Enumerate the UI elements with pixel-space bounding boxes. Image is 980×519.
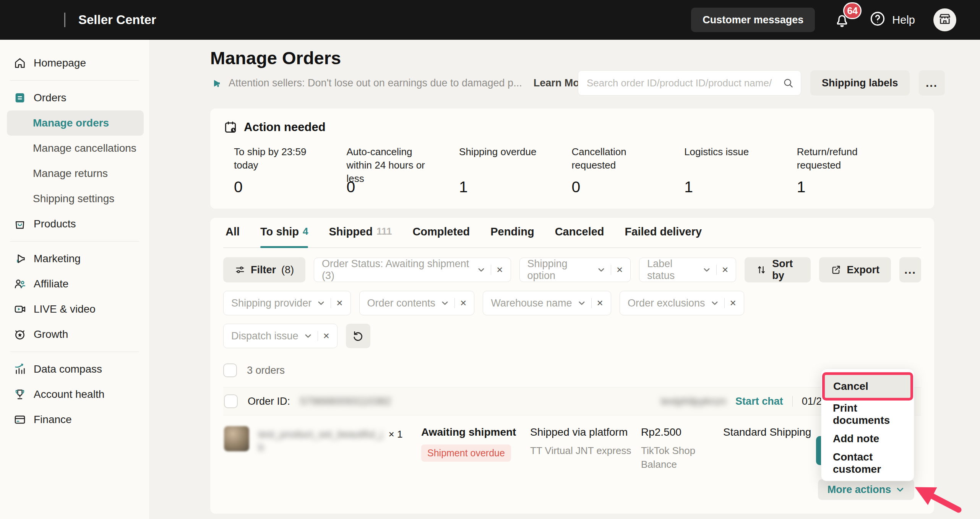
filter-pill-order-contents[interactable]: Order contents × <box>359 291 475 315</box>
stat-auto-canceling[interactable]: Auto-canceling within 24 hours or less 0 <box>347 145 459 203</box>
sidebar-item-marketing[interactable]: Marketing <box>0 246 149 271</box>
clear-filter-icon[interactable]: × <box>597 298 603 308</box>
tab-shipped[interactable]: Shipped111 <box>329 225 392 247</box>
chevron-down-icon[interactable] <box>711 299 719 307</box>
page-more-button[interactable]: ... <box>919 70 945 96</box>
stat-value: 0 <box>234 178 243 196</box>
menu-item-contact-customer[interactable]: Contact customer <box>821 451 914 475</box>
sidebar-item-orders[interactable]: Orders <box>0 85 149 110</box>
filter-pill-order-exclusions[interactable]: Order exclusions × <box>620 291 744 315</box>
clear-filter-icon[interactable]: × <box>336 298 342 308</box>
sidebar-item-manage-returns[interactable]: Manage returns <box>0 161 149 186</box>
sidebar-item-label: Marketing <box>34 253 81 265</box>
tab-completed[interactable]: Completed <box>412 225 470 247</box>
filter-pill-dispatch-issue[interactable]: Dispatch issue × <box>223 324 337 348</box>
help-button[interactable]: Help <box>869 10 915 30</box>
tab-canceled[interactable]: Canceled <box>555 225 604 247</box>
start-chat-link[interactable]: Start chat <box>735 396 783 407</box>
sidebar-item-products[interactable]: Products <box>0 211 149 237</box>
export-label: Export <box>847 264 879 276</box>
filter-button[interactable]: Filter (8) <box>223 257 305 282</box>
brand: Seller Center <box>64 13 156 27</box>
filter-sliders-icon <box>235 264 245 275</box>
sidebar-item-growth[interactable]: Growth <box>0 322 149 347</box>
stat-label: Return/refund requested <box>797 145 904 172</box>
tab-pending[interactable]: Pending <box>490 225 534 247</box>
sidebar-item-shipping-settings[interactable]: Shipping settings <box>0 186 149 211</box>
stat-value: 1 <box>797 178 806 196</box>
menu-item-add-note[interactable]: Add note <box>821 427 914 451</box>
tab-all[interactable]: All <box>226 225 240 247</box>
divider <box>792 396 793 407</box>
product-quantity: × 1 <box>388 428 402 440</box>
filter-pill-label-status[interactable]: Label status × <box>639 258 736 282</box>
more-actions-label: More actions <box>827 484 891 496</box>
clear-filter-icon[interactable]: × <box>323 331 329 341</box>
order-checkbox[interactable] <box>224 394 238 408</box>
sidebar-item-data-compass[interactable]: Data compass <box>0 357 149 382</box>
divider <box>611 265 611 275</box>
credit-card-icon <box>13 413 27 426</box>
growth-icon <box>13 328 27 341</box>
reset-filters-button[interactable] <box>346 324 370 348</box>
menu-item-cancel[interactable]: Cancel <box>822 372 913 401</box>
clear-filter-icon[interactable]: × <box>722 264 728 275</box>
sidebar-item-label: Finance <box>34 414 72 426</box>
filter-pill-order-status[interactable]: Order Status: Awaiting shipment (3) × <box>314 258 511 282</box>
order-id-label: Order ID: <box>248 396 290 407</box>
export-button[interactable]: Export <box>819 257 891 282</box>
sidebar-item-affiliate[interactable]: Affiliate <box>0 271 149 297</box>
shop-avatar[interactable] <box>933 8 956 31</box>
menu-item-print-documents[interactable]: Print documents <box>821 402 914 427</box>
sidebar-item-live-video[interactable]: LIVE & video <box>0 297 149 322</box>
clear-filter-icon[interactable]: × <box>496 264 503 275</box>
sidebar-item-manage-cancellations[interactable]: Manage cancellations <box>0 136 149 161</box>
clear-filter-icon[interactable]: × <box>460 298 466 308</box>
search-input[interactable] <box>587 77 782 89</box>
sidebar-item-label: Manage returns <box>33 167 108 180</box>
sidebar-item-label: Orders <box>34 92 67 104</box>
chevron-down-icon[interactable] <box>304 332 312 340</box>
order-search[interactable] <box>578 70 801 96</box>
stat-to-ship-today[interactable]: To ship by 23:59 today 0 <box>234 145 347 203</box>
filter-pill-shipping-provider[interactable]: Shipping provider × <box>223 291 351 315</box>
more-actions-menu: Cancel Print documents Add note Contact … <box>821 369 914 481</box>
tab-failed-delivery[interactable]: Failed delivery <box>625 225 702 247</box>
sidebar-item-homepage[interactable]: Homepage <box>0 50 149 76</box>
tab-to-ship[interactable]: To ship4 <box>260 225 308 247</box>
more-actions-button[interactable]: More actions <box>818 479 914 500</box>
filter-pill-shipping-option[interactable]: Shipping option × <box>519 258 631 282</box>
filters-more-button[interactable]: ... <box>899 257 921 282</box>
sidebar-item-account-health[interactable]: Account health <box>0 382 149 407</box>
stat-return-refund-requested[interactable]: Return/refund requested 1 <box>797 145 921 203</box>
clear-filter-icon[interactable]: × <box>617 264 623 275</box>
customer-messages-button[interactable]: Customer messages <box>691 8 815 32</box>
divider <box>454 298 455 308</box>
brand-title: Seller Center <box>78 13 156 27</box>
product-image[interactable] <box>224 426 249 451</box>
reset-icon <box>352 330 364 342</box>
stat-shipping-overdue[interactable]: Shipping overdue 1 <box>459 145 572 203</box>
chevron-down-icon[interactable] <box>703 266 711 274</box>
chevron-down-icon[interactable] <box>597 266 605 274</box>
divider <box>318 331 318 341</box>
shipping-labels-button[interactable]: Shipping labels <box>810 70 910 96</box>
clear-filter-icon[interactable]: × <box>730 298 736 308</box>
chevron-down-icon[interactable] <box>477 266 485 274</box>
chevron-down-icon[interactable] <box>441 299 449 307</box>
sidebar-item-manage-orders[interactable]: Manage orders <box>7 110 144 136</box>
sidebar-item-finance[interactable]: Finance <box>0 407 149 432</box>
stat-value: 0 <box>347 178 355 196</box>
select-all-checkbox[interactable] <box>223 363 237 377</box>
sidebar-item-label: Shipping settings <box>33 193 114 205</box>
sidebar-item-label: Data compass <box>34 363 102 375</box>
sort-by-button[interactable]: Sort by <box>745 257 811 282</box>
filter-pill-warehouse-name[interactable]: Warehouse name × <box>483 291 611 315</box>
notifications-button[interactable]: 64 <box>833 9 851 31</box>
search-icon[interactable] <box>782 77 794 89</box>
stat-cancellation-requested[interactable]: Cancellation requested 0 <box>572 145 685 203</box>
tab-count: 111 <box>376 225 392 238</box>
chevron-down-icon[interactable] <box>317 299 325 307</box>
chevron-down-icon[interactable] <box>578 299 586 307</box>
stat-logistics-issue[interactable]: Logistics issue 1 <box>684 145 797 203</box>
